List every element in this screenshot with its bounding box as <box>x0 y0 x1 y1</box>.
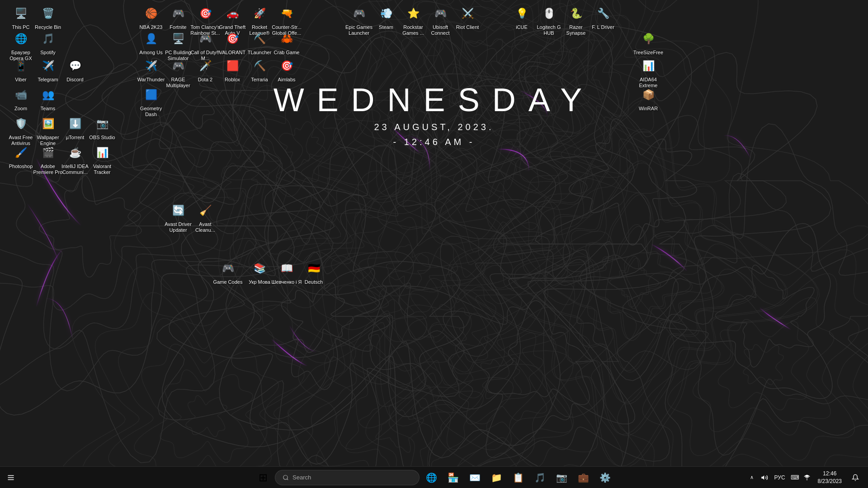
taskbar-edge[interactable]: 🌐 <box>421 468 441 488</box>
desktop-icon[interactable]: 🧹Avast Cleanu... <box>188 200 222 235</box>
icon-label: Game Codes <box>213 279 243 285</box>
icon-label: Roblox <box>225 77 240 83</box>
icon-image: ⛏️ <box>250 57 269 75</box>
start-button[interactable]: ⊞ <box>253 468 273 488</box>
system-tray-chevron[interactable]: ∧ <box>746 467 757 488</box>
icon-image: 🚀 <box>250 5 269 23</box>
taskbar-explorer[interactable]: 📁 <box>486 468 506 488</box>
icon-label: Terraria <box>251 77 268 83</box>
icon-label: Zoom <box>14 106 27 112</box>
svg-point-0 <box>283 475 288 479</box>
icon-image: ✈️ <box>142 57 160 75</box>
icon-label: Avast Cleanu... <box>190 221 221 233</box>
icon-image: 👤 <box>142 30 160 48</box>
icon-label: Photoshop <box>9 164 33 169</box>
taskbar-left <box>0 470 18 485</box>
icon-image: 🟦 <box>142 86 160 104</box>
clock-widget: WEDNESDAY 23 AUGUST, 2023. - 12:46 AM - <box>274 81 595 147</box>
desktop-icon[interactable]: 🔧F. L Driver <box>586 3 620 32</box>
icon-image: 🖥️ <box>12 5 30 23</box>
icon-image: 🎮 <box>196 30 214 48</box>
icon-image: 👥 <box>39 86 57 104</box>
icon-image: 🗑️ <box>39 5 57 23</box>
desktop-icon[interactable]: 💬Discord <box>58 55 92 84</box>
desktop-icon[interactable]: 🌳TreeSizeFree <box>631 28 665 57</box>
icon-image: 📹 <box>12 86 30 104</box>
desktop-icon[interactable]: ⚔️Riot Client <box>450 3 485 32</box>
search-icon <box>283 474 289 481</box>
desktop-icon[interactable]: 📦WinRAR <box>631 84 665 113</box>
icon-image: 🖌️ <box>12 144 30 162</box>
icon-image: 🎯 <box>196 5 214 23</box>
icon-image: ⚔️ <box>458 5 476 23</box>
notification-icon[interactable] <box>4 470 18 485</box>
desktop-icon[interactable]: 👥Teams <box>31 84 65 113</box>
svg-line-1 <box>287 479 288 480</box>
icon-image: 🎵 <box>39 30 57 48</box>
taskbar-center: ⊞ Search 🌐 🏪 ✉️ 📁 📋 🎵 📷 💼 ⚙️ <box>253 468 615 488</box>
icon-image: 🛡️ <box>12 115 30 133</box>
desktop-area[interactable]: WEDNESDAY 23 AUGUST, 2023. - 12:46 AM - … <box>0 0 868 470</box>
icon-label: Steam <box>379 24 393 30</box>
clock-date: 23 AUGUST, 2023. <box>274 122 595 132</box>
tray-keyboard[interactable]: ⌨ <box>791 473 800 482</box>
action-center-button[interactable] <box>848 470 863 485</box>
icon-image: 🇩🇪 <box>305 259 323 277</box>
icon-image: 🐍 <box>567 5 585 23</box>
desktop-icon[interactable]: 🦀Crab Game <box>269 28 304 57</box>
icon-image: 🔄 <box>169 202 187 220</box>
icon-image: ⬇️ <box>66 115 84 133</box>
icon-image: 🎯 <box>223 30 241 48</box>
icon-label: Geometry Dash <box>136 106 166 117</box>
icon-image: 🏀 <box>142 5 160 23</box>
icon-image: 🎯 <box>278 57 296 75</box>
icon-label: µTorrent <box>66 135 85 141</box>
icon-image: ⛏️ <box>250 30 269 48</box>
taskbar-app5[interactable]: ⚙️ <box>595 468 615 488</box>
icon-image: 🖥️ <box>169 30 187 48</box>
search-bar[interactable]: Search <box>275 470 420 485</box>
icon-image: 📊 <box>93 144 111 162</box>
icon-image: 🎮 <box>169 5 187 23</box>
icon-image: ✈️ <box>39 57 57 75</box>
taskbar-app3[interactable]: 📷 <box>552 468 571 488</box>
icon-image: ⭐ <box>404 5 422 23</box>
icon-image: 🧹 <box>196 202 214 220</box>
icon-label: Telegram <box>38 77 58 83</box>
desktop-icon[interactable]: 🎵Spotify <box>31 28 65 57</box>
icon-image: 🌐 <box>12 30 30 48</box>
taskbar: ⊞ Search 🌐 🏪 ✉️ 📁 📋 🎵 📷 💼 ⚙️ ∧ РУС ⌨ <box>0 466 868 488</box>
desktop-icon[interactable]: 📷OBS Studio <box>85 113 119 142</box>
icon-image: 🔧 <box>594 5 612 23</box>
taskbar-right: ∧ РУС ⌨ 12:46 8/23/2023 <box>746 467 868 488</box>
desktop-icon[interactable]: 🇩🇪Deutsch <box>297 258 331 287</box>
taskbar-mail[interactable]: ✉️ <box>465 468 485 488</box>
language-button[interactable]: РУС <box>772 473 788 483</box>
icon-label: iCUE <box>516 24 528 30</box>
desktop-icon[interactable]: 🟦Geometry Dash <box>134 84 168 119</box>
icon-label: Deutsch <box>305 279 323 285</box>
desktop-icon[interactable]: 🎯Aimlabs <box>269 55 304 84</box>
icon-image: 🟥 <box>223 57 241 75</box>
icon-image: 🖱️ <box>540 5 558 23</box>
icon-image: 📦 <box>639 86 657 104</box>
tray-speaker[interactable] <box>760 473 769 482</box>
icon-image: 🔫 <box>278 5 296 23</box>
icon-image: 💬 <box>66 57 84 75</box>
icon-label: Viber <box>15 77 26 83</box>
clock-day: WEDNESDAY <box>274 81 595 118</box>
taskbar-app2[interactable]: 🎵 <box>530 468 550 488</box>
icon-image: 📷 <box>93 115 111 133</box>
tray-time: 12:46 <box>823 470 836 478</box>
icon-label: Teams <box>41 106 55 112</box>
desktop-icon[interactable]: 🎮Game Codes <box>211 258 245 287</box>
taskbar-app4[interactable]: 💼 <box>573 468 593 488</box>
icon-label: WinRAR <box>639 106 658 112</box>
clock-tray[interactable]: 12:46 8/23/2023 <box>814 467 845 488</box>
desktop-icon[interactable]: 📊Valorant Tracker <box>85 142 119 177</box>
icon-image: 💡 <box>513 5 531 23</box>
taskbar-store[interactable]: 🏪 <box>443 468 463 488</box>
icon-image: 🎮 <box>431 5 449 23</box>
tray-network[interactable] <box>802 473 811 482</box>
taskbar-app1[interactable]: 📋 <box>508 468 528 488</box>
